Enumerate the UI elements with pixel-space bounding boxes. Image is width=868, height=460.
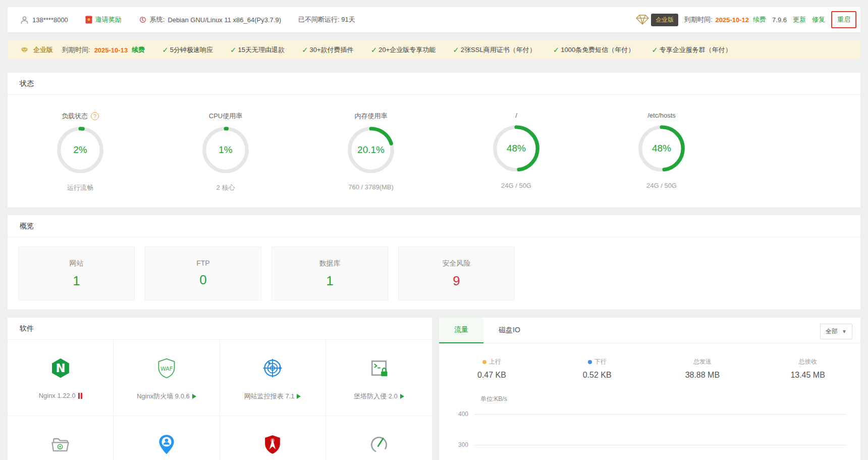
overview-card-security-risk[interactable]: 安全风险 9: [398, 246, 515, 300]
nginx-icon: N: [49, 357, 72, 379]
app-tile-user-pin[interactable]: [114, 416, 220, 460]
gauge-sub: 运行流畅: [67, 183, 93, 192]
filter-select[interactable]: 全部 ▼: [820, 324, 852, 339]
software-card-title: 软件: [8, 318, 432, 340]
stat-value: 0.52 KB: [545, 371, 650, 380]
check-icon: ✓: [162, 45, 169, 55]
app-tile-tamper-proof[interactable]: [8, 416, 114, 460]
overview-card-ftp[interactable]: FTP 0: [145, 246, 261, 300]
banner-feature: ✓1000条免费短信（年付）: [553, 45, 635, 55]
svg-text:N: N: [56, 362, 65, 375]
banner-feature: ✓专享企业服务群（年付）: [652, 45, 732, 55]
help-icon[interactable]: ?: [91, 112, 99, 120]
gauge-row: 负载状态? 2% 运行流畅 CPU使用率 1% 2 核心 内存使用率: [8, 95, 860, 208]
speedometer-icon: [368, 433, 390, 455]
gauge-sub: 24G / 50G: [646, 182, 677, 189]
system-label: 系统:: [150, 15, 165, 24]
tab-traffic[interactable]: 流量: [439, 318, 483, 343]
gauge-cpu: CPU使用率 1% 2 核心: [153, 112, 298, 192]
gauge-title: /etc/hosts: [647, 112, 676, 119]
gauge-memory: 内存使用率 20.1% 760 / 3789(MB): [298, 112, 444, 192]
app-tile-nginx-waf[interactable]: WAF Nginx防火墙 9.0.6: [114, 340, 220, 416]
check-icon: ✓: [371, 45, 377, 55]
red-packet-icon: [85, 16, 92, 24]
gauge-sub: 2 核心: [216, 183, 235, 192]
overview-value: 1: [272, 273, 388, 289]
overview-value: 1: [19, 273, 134, 289]
gold-diamond-icon: [20, 46, 29, 54]
banner-feature: ✓5分钟极速响应: [162, 45, 213, 55]
username: 138****8000: [32, 16, 68, 24]
check-icon: ✓: [553, 45, 560, 55]
gauge-disk-hosts: /etc/hosts 48% 24G / 50G: [589, 112, 734, 192]
restart-link[interactable]: 重启: [837, 15, 850, 24]
dashboard-page: 138****8000 邀请奖励 系统: Debian GNU/Linux 11…: [0, 0, 868, 460]
app-status-icon[interactable]: [78, 393, 82, 399]
invite-reward-link[interactable]: 邀请奖励: [85, 15, 122, 24]
downstream-dot: [588, 360, 592, 364]
stat-value: 13.45 MB: [755, 371, 860, 380]
status-card-title: 状态: [8, 73, 860, 95]
check-icon: ✓: [302, 45, 308, 55]
check-icon: ✓: [453, 45, 459, 55]
app-tile-monitor-report[interactable]: 网站监控报表 7.1: [220, 340, 326, 416]
status-card: 状态 负载状态? 2% 运行流畅 CPU使用率 1% 2 核心 内存使用率: [8, 73, 860, 208]
gauge-sub: 760 / 3789(MB): [348, 183, 394, 191]
stat-value: 38.88 MB: [650, 371, 755, 380]
waf-shield-icon: WAF: [155, 357, 178, 379]
app-name: Nginx防火墙 9.0.6: [137, 392, 190, 401]
overview-card-sites[interactable]: 网站 1: [18, 246, 135, 300]
uptime: 已不间断运行: 91天: [298, 15, 355, 24]
update-link[interactable]: 更新: [793, 15, 806, 24]
gauge-value: 48%: [637, 124, 686, 173]
gauge-sub: 24G / 50G: [501, 182, 531, 189]
monitor-target-icon: [261, 357, 284, 379]
renew-link[interactable]: 续费: [753, 15, 766, 24]
app-name: Nginx 1.22.0: [39, 392, 76, 399]
app-status-icon[interactable]: [297, 394, 301, 399]
banner-feature: ✓30+款付费插件: [302, 45, 354, 55]
stat-total-sent: 总发送 38.88 MB: [650, 357, 755, 380]
traffic-chart: 单位:KB/s 400 300: [439, 395, 860, 448]
filter-value: 全部: [826, 327, 838, 336]
terminal-lock-icon: [368, 357, 390, 379]
overview-card: 概览 网站 1 FTP 0 数据库 1 安全风险 9: [8, 215, 860, 310]
monitor-card: 流量 磁盘IO 全部 ▼ 上行 0.47 KB 下行 0.52 KB 总发送: [439, 318, 860, 460]
app-tile-speedometer[interactable]: [326, 416, 432, 460]
y-tick-400: 400: [439, 411, 474, 418]
debian-icon: [139, 16, 147, 24]
app-tile-firewall-shield[interactable]: [220, 416, 326, 460]
gauge-load: 负载状态? 2% 运行流畅: [8, 112, 153, 192]
stat-downstream: 下行 0.52 KB: [545, 357, 650, 380]
repair-link[interactable]: 修复: [812, 15, 825, 24]
monitor-tabbar: 流量 磁盘IO 全部 ▼: [439, 318, 860, 343]
chevron-down-icon: ▼: [842, 329, 847, 334]
banner-expire-label: 到期时间:: [62, 45, 90, 55]
user-account[interactable]: 138****8000: [20, 15, 68, 25]
banner-feature: ✓20+企业版专享功能: [371, 45, 436, 55]
software-card: 软件 N Nginx 1.22.0 WAF Nginx防火墙 9.0.6: [8, 318, 432, 460]
app-status-icon[interactable]: [192, 394, 196, 399]
overview-value: 9: [399, 273, 514, 289]
app-status-icon[interactable]: [400, 394, 404, 399]
gauge-disk-root: / 48% 24G / 50G: [444, 112, 589, 192]
app-name: 网站监控报表 7.1: [244, 392, 295, 401]
expire-label: 到期时间:: [684, 15, 713, 24]
check-icon: ✓: [652, 45, 658, 55]
edition-badge: 企业版: [651, 14, 678, 26]
gauge-title: 负载状态: [62, 112, 88, 121]
app-tile-intrusion-prevention[interactable]: 堡塔防入侵 2.0: [326, 340, 432, 416]
stat-upstream: 上行 0.47 KB: [439, 357, 545, 380]
overview-card-database[interactable]: 数据库 1: [272, 246, 388, 300]
restart-highlight-box: 重启: [831, 11, 856, 28]
gauge-title: 内存使用率: [355, 112, 388, 121]
app-tile-nginx[interactable]: N Nginx 1.22.0: [8, 340, 114, 416]
check-icon: ✓: [230, 45, 237, 55]
banner-renew-link[interactable]: 续费: [132, 45, 145, 55]
folder-eye-icon: [49, 433, 72, 455]
overview-label: 安全风险: [399, 259, 514, 268]
tab-disk-io[interactable]: 磁盘IO: [483, 318, 535, 343]
app-name: 堡塔防入侵 2.0: [354, 392, 398, 401]
chart-unit-label: 单位:KB/s: [439, 395, 846, 403]
invite-reward-label: 邀请奖励: [95, 15, 122, 24]
